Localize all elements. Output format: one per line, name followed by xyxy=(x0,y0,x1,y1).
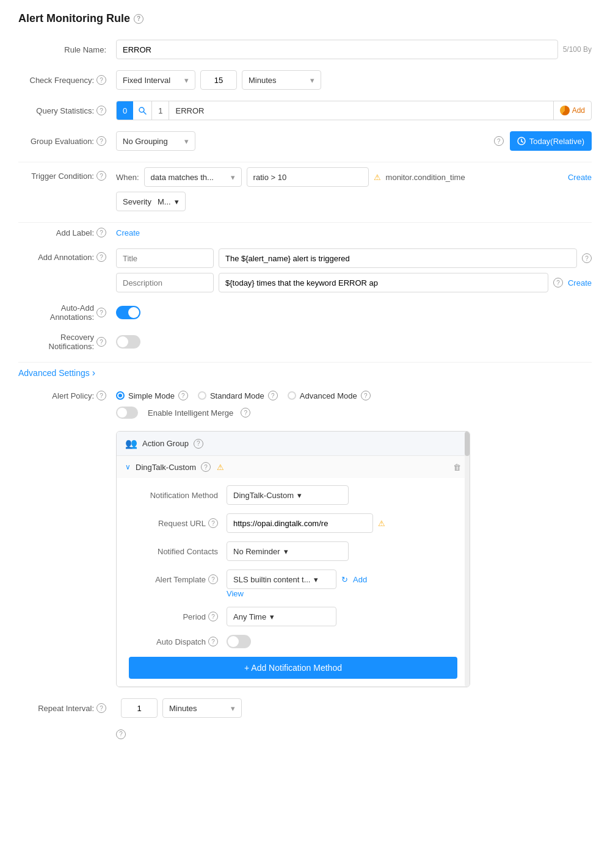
period-help[interactable]: ? xyxy=(208,612,218,621)
rule-name-input[interactable] xyxy=(116,40,558,59)
delete-dingtalk-icon[interactable]: 🗑 xyxy=(453,463,461,472)
auto-add-help[interactable]: ? xyxy=(96,308,106,317)
annotation-desc-input[interactable] xyxy=(116,273,214,292)
severity-select[interactable]: Severity M... xyxy=(116,192,186,211)
period-chevron xyxy=(270,612,274,621)
notified-contacts-select[interactable]: No Reminder xyxy=(227,541,349,561)
notified-contacts-row: Notified Contacts No Reminder xyxy=(129,541,457,561)
trigger-ratio-input[interactable] xyxy=(247,167,369,187)
add-notification-btn[interactable]: + Add Notification Method xyxy=(129,657,457,679)
advanced-mode-radio[interactable]: Advanced Mode ? xyxy=(288,391,371,400)
notification-method-label: Notification Method xyxy=(129,491,227,500)
action-group-help[interactable]: ? xyxy=(194,439,203,449)
check-freq-num-input[interactable] xyxy=(200,70,237,90)
request-url-input[interactable] xyxy=(227,513,373,533)
group-eval-right-help[interactable]: ? xyxy=(494,136,504,146)
notification-method-row: Notification Method DingTalk-Custom xyxy=(129,485,457,505)
turbo-icon xyxy=(560,106,570,115)
add-annotation-help-icon[interactable]: ? xyxy=(96,252,106,262)
request-url-help[interactable]: ? xyxy=(208,518,218,528)
alert-policy-help[interactable]: ? xyxy=(96,391,106,400)
refresh-icon[interactable]: ↻ xyxy=(341,575,348,584)
notification-method-select[interactable]: DingTalk-Custom xyxy=(227,485,349,505)
trigger-help-icon[interactable]: ? xyxy=(96,171,106,181)
alert-policy-row: Alert Policy: ? Simple Mode ? Standard M… xyxy=(18,391,592,400)
template-add-link[interactable]: Add xyxy=(353,575,367,584)
repeat-interval-help[interactable]: ? xyxy=(96,703,106,713)
alert-template-chevron xyxy=(314,575,318,584)
add-annotation-label: Add Annotation: ? xyxy=(18,248,116,262)
request-url-value xyxy=(227,513,457,533)
add-label-help-icon[interactable]: ? xyxy=(96,228,106,237)
today-btn[interactable]: Today(Relative) xyxy=(510,131,592,151)
dingtalk-help[interactable]: ? xyxy=(201,462,211,472)
turbo-button[interactable]: Add xyxy=(553,101,591,120)
repeat-interval-bottom-help[interactable]: ? xyxy=(116,729,126,739)
query-text-area[interactable]: ERROR xyxy=(169,106,553,115)
period-select[interactable]: Any Time xyxy=(227,607,336,626)
group-eval-row: Group Evaluation: ? No Grouping ? Today(… xyxy=(18,131,592,151)
notification-method-value: DingTalk-Custom xyxy=(227,485,457,505)
annotation-title-input[interactable] xyxy=(116,248,214,268)
template-view-link[interactable]: View xyxy=(227,589,244,598)
alert-template-line: Alert Template ? SLS builtin content t..… xyxy=(129,570,457,589)
check-freq-type-select[interactable]: Fixed Interval xyxy=(116,70,195,90)
annotation-desc-value-input[interactable] xyxy=(219,273,548,292)
advanced-settings-link[interactable]: Advanced Settings › xyxy=(18,367,592,378)
annotation-title-help[interactable]: ? xyxy=(582,253,592,263)
advanced-settings-chevron: › xyxy=(92,367,95,378)
recovery-help[interactable]: ? xyxy=(96,337,106,347)
standard-mode-help[interactable]: ? xyxy=(268,391,278,400)
auto-dispatch-help[interactable]: ? xyxy=(208,637,218,646)
enable-merge-help[interactable]: ? xyxy=(241,408,250,418)
simple-mode-help[interactable]: ? xyxy=(178,391,188,400)
group-eval-chevron xyxy=(184,137,189,146)
trigger-content: When: data matches th... monitor.conditi… xyxy=(116,167,592,211)
repeat-interval-content: Minutes xyxy=(121,698,592,718)
title-help-icon[interactable]: ? xyxy=(134,14,143,24)
search-icon[interactable] xyxy=(133,101,152,120)
auto-dispatch-toggle[interactable] xyxy=(227,635,251,648)
simple-mode-radio[interactable]: Simple Mode ? xyxy=(116,391,188,400)
standard-mode-radio[interactable]: Standard Mode ? xyxy=(198,391,278,400)
check-freq-help-icon[interactable]: ? xyxy=(96,75,106,85)
recovery-knob xyxy=(117,336,128,347)
add-annotation-row: Add Annotation: ? ? ? Create xyxy=(18,248,592,292)
enable-merge-toggle[interactable] xyxy=(116,407,138,419)
query-stats-row: Query Statistics: ? 0 1 ERROR xyxy=(18,101,592,120)
auto-add-toggle[interactable] xyxy=(116,306,140,319)
annotation-title-value-input[interactable] xyxy=(219,248,577,268)
trigger-line-1: When: data matches th... monitor.conditi… xyxy=(116,167,592,187)
auto-dispatch-knob xyxy=(228,636,239,647)
trigger-when-chevron xyxy=(231,173,235,182)
query-stats-help-icon[interactable]: ? xyxy=(96,106,106,115)
check-frequency-content: Fixed Interval Minutes xyxy=(116,70,592,90)
notified-contacts-value: No Reminder xyxy=(227,541,457,561)
divider-2 xyxy=(18,222,592,223)
check-frequency-label: Check Frequency: ? xyxy=(18,75,116,85)
annotation-create-link[interactable]: Create xyxy=(568,278,592,288)
repeat-interval-unit-select[interactable]: Minutes xyxy=(162,698,242,718)
group-eval-select[interactable]: No Grouping xyxy=(116,131,195,151)
stat-num: 1 xyxy=(152,101,169,120)
advanced-mode-help[interactable]: ? xyxy=(361,391,371,400)
svg-line-1 xyxy=(144,112,147,115)
alert-template-select[interactable]: SLS builtin content t... xyxy=(227,570,336,589)
enable-merge-knob xyxy=(117,408,127,418)
add-label-row: Add Label: ? Create xyxy=(18,228,592,237)
scrollbar-thumb[interactable] xyxy=(465,432,470,456)
group-eval-help-icon[interactable]: ? xyxy=(96,136,106,146)
period-label: Period ? xyxy=(129,612,227,621)
repeat-interval-input[interactable] xyxy=(121,698,158,718)
recovery-toggle[interactable] xyxy=(116,335,140,349)
alert-template-help[interactable]: ? xyxy=(208,574,218,584)
repeat-interval-label: Repeat Interval: ? xyxy=(18,703,116,713)
add-label-create-link[interactable]: Create xyxy=(116,228,140,237)
collapse-arrow[interactable]: ∨ xyxy=(125,463,131,471)
annotation-desc-help[interactable]: ? xyxy=(553,278,563,288)
dingtalk-body: Notification Method DingTalk-Custom Re xyxy=(117,478,470,686)
trigger-create-link[interactable]: Create xyxy=(568,173,592,182)
check-freq-unit-select[interactable]: Minutes xyxy=(242,70,321,90)
trigger-when-select[interactable]: data matches th... xyxy=(144,167,242,187)
intel-merge-row: Enable Intelligent Merge ? xyxy=(116,407,592,419)
